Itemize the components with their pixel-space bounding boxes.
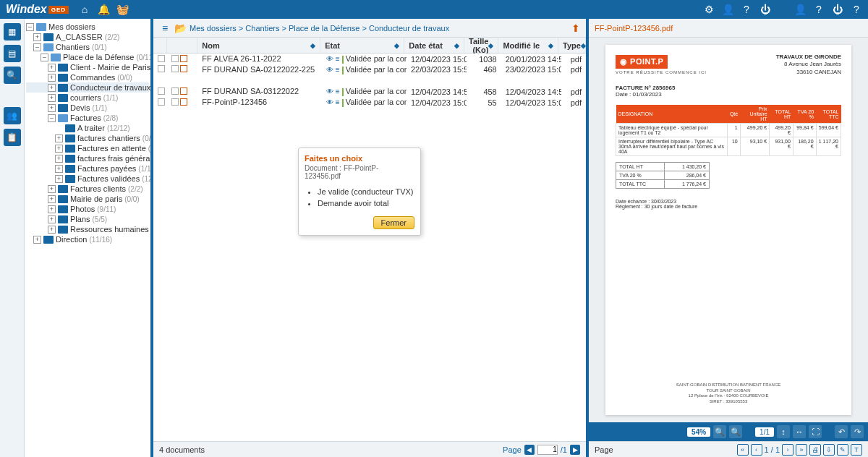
center-statusbar: 4 documents Page ◀ /1 ▶ (153, 441, 586, 457)
gear-icon[interactable]: ⚙ (703, 4, 715, 15)
upload-icon[interactable]: ⬆ (571, 22, 580, 34)
preview-filename: FF-PointP-123456.pdf (589, 19, 868, 38)
choice-modal: Faites un choix Document : FF-PointP-123… (298, 148, 421, 236)
first-page-icon[interactable]: « (737, 444, 749, 456)
app-logo: WindexGED (6, 3, 69, 16)
table-row[interactable]: FF-PointP-123456👁 ≡ Validée par la compt… (153, 97, 586, 108)
document-page: ◉ POINT.P VOTRE RÉUSSITE COMMENCE ICI TR… (605, 45, 851, 415)
breadcrumb: ≡ 📂 Mes dossiers > Chantiers > Place de … (153, 19, 586, 38)
tree-item[interactable]: –Place de la Défense (0/11) (26, 52, 149, 62)
modal-title: Faites un choix (305, 154, 414, 163)
page-next-icon[interactable]: ▶ (570, 445, 580, 455)
tree-item[interactable]: +Photos (9/11) (26, 204, 149, 214)
tree-item[interactable]: +Client - Mairie de Paris (8/10) (26, 62, 149, 72)
rail-layout-icon[interactable]: ▦ (4, 23, 21, 40)
folder-add-icon[interactable]: 📂 (174, 22, 186, 34)
tree-item[interactable]: –Chantiers (0/1) (26, 42, 149, 52)
grid-header: Nom◆ Etat◆ Date état◆ Taille (Ko)◆ Modif… (153, 38, 586, 54)
tree-item[interactable]: +factures chantiers (0/0) (26, 133, 149, 143)
tree-item[interactable]: +Factures en attente (0/0) (26, 143, 149, 153)
fit-height-icon[interactable]: ↕ (777, 425, 790, 438)
table-row[interactable]: FF DURAND SA-03122022👁 ≡ Validée par la … (153, 86, 586, 97)
tree-item[interactable]: +Factures payées (1/1) (26, 163, 149, 174)
rail-clipboard-icon[interactable]: 📋 (4, 129, 21, 146)
help-icon[interactable]: ? (741, 4, 752, 15)
grid-body: FF ALVEA 26-11-2022👁 ≡ Validée par la co… (153, 54, 586, 441)
zoom-in-icon[interactable]: 🔍 (729, 425, 742, 438)
sign-icon[interactable]: ✎ (837, 444, 848, 456)
center-panel: ≡ 📂 Mes dossiers > Chantiers > Place de … (153, 19, 589, 457)
modal-subtitle: Document : FF-PointP-123456.pdf (305, 164, 414, 180)
doc-count: 4 documents (159, 445, 205, 454)
modal-option-validate[interactable]: Je valide (conducteur TVX) (318, 186, 414, 197)
modal-close-button[interactable]: Fermer (373, 216, 414, 229)
modal-option-avoir[interactable]: Demande avoir total (318, 197, 414, 209)
breadcrumb-text: Mes dossiers > Chantiers > Place de la D… (190, 24, 449, 33)
page-prev-icon[interactable]: ◀ (524, 445, 535, 455)
help2-icon[interactable]: ? (813, 4, 825, 15)
zoom-level: 54% (687, 427, 710, 437)
home-icon[interactable]: ⌂ (79, 4, 90, 15)
tree-item[interactable]: +courriers (1/1) (26, 93, 149, 103)
tree-item[interactable]: +Plans (5/5) (26, 214, 149, 224)
tree-item[interactable]: +A_CLASSER (2/2) (26, 32, 149, 42)
page-input[interactable] (537, 445, 558, 455)
tree-root[interactable]: –Mes dossiers (26, 22, 149, 32)
page-indicator: 1/1 (755, 427, 774, 437)
table-row[interactable]: FF DURAND SA-02122022-225👁 ≡ Validée par… (153, 64, 586, 86)
tree-item[interactable]: +Commandes (0/0) (26, 72, 149, 82)
rail-search-icon[interactable]: 🔍 (4, 67, 21, 84)
bell-icon[interactable]: 🔔 (98, 4, 109, 15)
download-icon[interactable]: ⇩ (823, 444, 835, 456)
menu-icon[interactable]: ≡ (159, 22, 171, 34)
rail-users-icon[interactable]: 👥 (4, 107, 21, 124)
rotate-right-icon[interactable]: ↷ (851, 425, 864, 438)
last-page-icon[interactable]: » (796, 444, 807, 456)
invoice-table: DESIGNATIONQtéPrix Unitaire HTTOTAL HTTV… (616, 105, 841, 156)
topbar-left-icons: ⌂ 🔔 🧺 (79, 4, 128, 15)
print-icon[interactable]: 🖨 (809, 444, 821, 456)
prev-page-icon[interactable]: ‹ (751, 444, 762, 456)
user-icon[interactable]: 👤 (722, 4, 733, 15)
basket-icon[interactable]: 🧺 (116, 4, 128, 15)
fullscreen-icon[interactable]: ⛶ (809, 425, 822, 438)
tree-item[interactable]: –Factures (2/8) (26, 113, 149, 123)
power2-icon[interactable]: ⏻ (832, 4, 843, 15)
preview-toolbar: 54% 🔍 🔍 1/1 ↕ ↔ ⛶ ↶ ↷ (589, 422, 868, 441)
tree-item[interactable]: +Direction (11/16) (26, 234, 149, 244)
invoice-totals: TOTAL HT1 430,20 € TVA 20 %286,04 € TOTA… (616, 162, 710, 189)
rotate-left-icon[interactable]: ↶ (835, 425, 848, 438)
rail-filter-icon[interactable]: ▤ (4, 45, 21, 62)
zoom-out-icon[interactable]: 🔍 (713, 425, 726, 438)
tree-item[interactable]: +factures frais généraux (0/0) (26, 153, 149, 163)
help3-icon[interactable]: ? (851, 4, 862, 15)
power-icon[interactable]: ⏻ (760, 4, 771, 15)
preview-statusbar: Page « ‹ 1 / 1 › » 🖨 ⇩ ✎ T (589, 441, 868, 457)
tree-item[interactable]: +Ressources humaines (2/2) (26, 224, 149, 234)
preview-panel: FF-PointP-123456.pdf ◉ POINT.P VOTRE RÉU… (589, 19, 868, 457)
text-icon[interactable]: T (851, 444, 862, 456)
tree-item[interactable]: +Factures validées (12/12) (26, 174, 149, 184)
tree-item[interactable]: +Factures clients (2/2) (26, 184, 149, 194)
tree-item[interactable]: +Conducteur de travaux (11/11) (26, 82, 149, 93)
pointp-logo: ◉ POINT.P (616, 55, 668, 69)
preview-viewport[interactable]: ◉ POINT.P VOTRE RÉUSSITE COMMENCE ICI TR… (589, 38, 868, 422)
next-page-icon[interactable]: › (782, 444, 793, 456)
tree-item[interactable]: +Mairie de paris (0/0) (26, 194, 149, 204)
tree-item[interactable]: A traiter (12/12) (26, 123, 149, 133)
topbar-right-icons: ⚙ 👤 ? ⏻ 👤 ? ⏻ ? (703, 4, 862, 15)
table-row[interactable]: FF ALVEA 26-11-2022👁 ≡ Validée par la co… (153, 54, 586, 64)
tree-item[interactable]: +Devis (1/1) (26, 103, 149, 113)
user2-icon[interactable]: 👤 (794, 4, 806, 15)
sidebar-rail: ▦ ▤ 🔍 👥 📋 (0, 19, 25, 457)
folder-tree: –Mes dossiers +A_CLASSER (2/2)–Chantiers… (25, 19, 153, 457)
fit-width-icon[interactable]: ↔ (793, 425, 806, 438)
topbar: WindexGED ⌂ 🔔 🧺 ⚙ 👤 ? ⏻ 👤 ? ⏻ ? (0, 0, 868, 19)
